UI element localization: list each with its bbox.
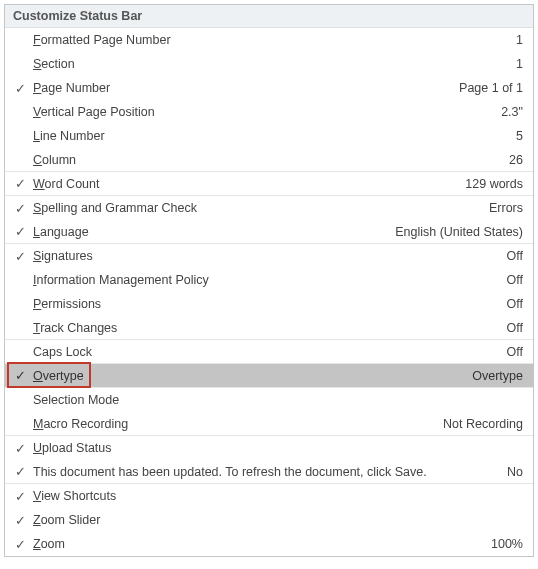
menu-item-label: Line Number [29,129,105,143]
menu-item-label: Caps Lock [29,345,92,359]
menu-item-formatted-page-number[interactable]: Formatted Page Number1 [5,28,533,52]
checkmark-icon: ✓ [11,442,29,455]
menu-item-zoom[interactable]: ✓Zoom100% [5,532,533,556]
checkmark-icon: ✓ [11,250,29,263]
checkmark-icon: ✓ [11,177,29,190]
menu-item-value: 5 [516,129,525,143]
menu-item-label: Zoom [29,537,65,551]
menu-item-label: Zoom Slider [29,513,100,527]
menu-item-zoom-slider[interactable]: ✓Zoom Slider [5,508,533,532]
menu-item-view-shortcuts[interactable]: ✓View Shortcuts [5,484,533,508]
menu-item-value: 1 [516,57,525,71]
menu-item-label: Upload Status [29,441,112,455]
menu-item-value: No [507,465,525,479]
menu-item-label: View Shortcuts [29,489,116,503]
menu-item-overtype[interactable]: ✓OvertypeOvertype [5,364,533,388]
menu-item-value: 129 words [465,177,525,191]
checkmark-icon: ✓ [11,465,29,478]
menu-item-value: Off [507,345,525,359]
menu-item-selection-mode[interactable]: Selection Mode [5,388,533,412]
menu-item-value: Overtype [472,369,525,383]
menu-item-macro-recording[interactable]: Macro RecordingNot Recording [5,412,533,436]
customize-status-bar-menu: Customize Status Bar Formatted Page Numb… [4,4,534,557]
menu-item-information-management-policy[interactable]: Information Management PolicyOff [5,268,533,292]
menu-item-label: Track Changes [29,321,117,335]
menu-item-value: Off [507,249,525,263]
menu-item-label: Word Count [29,177,99,191]
menu-item-vertical-page-position[interactable]: Vertical Page Position2.3" [5,100,533,124]
menu-item-column[interactable]: Column26 [5,148,533,172]
menu-item-label: Language [29,225,89,239]
menu-item-spelling-and-grammar-check[interactable]: ✓Spelling and Grammar CheckErrors [5,196,533,220]
menu-item-label: Signatures [29,249,93,263]
menu-item-signatures[interactable]: ✓SignaturesOff [5,244,533,268]
menu-item-track-changes[interactable]: Track ChangesOff [5,316,533,340]
menu-item-label: This document has been updated. To refre… [29,465,427,479]
menu-item-value: Off [507,297,525,311]
menu-item-value: Off [507,273,525,287]
checkmark-icon: ✓ [11,538,29,551]
menu-item-permissions[interactable]: PermissionsOff [5,292,533,316]
menu-item-label: Column [29,153,76,167]
menu-item-label: Information Management Policy [29,273,209,287]
menu-item-page-number[interactable]: ✓Page NumberPage 1 of 1 [5,76,533,100]
menu-items-container: Formatted Page Number1Section1✓Page Numb… [5,28,533,556]
menu-item-word-count[interactable]: ✓Word Count129 words [5,172,533,196]
menu-item-value: English (United States) [395,225,525,239]
checkmark-icon: ✓ [11,82,29,95]
menu-item-this-document-has-been-updated-to-refres[interactable]: ✓This document has been updated. To refr… [5,460,533,484]
menu-item-line-number[interactable]: Line Number5 [5,124,533,148]
checkmark-icon: ✓ [11,369,29,382]
menu-item-upload-status[interactable]: ✓Upload Status [5,436,533,460]
menu-item-value: 2.3" [501,105,525,119]
menu-item-value: Page 1 of 1 [459,81,525,95]
menu-item-value: Errors [489,201,525,215]
checkmark-icon: ✓ [11,514,29,527]
menu-item-label: Permissions [29,297,101,311]
menu-item-value: 100% [491,537,525,551]
menu-item-value: Off [507,321,525,335]
menu-item-label: Selection Mode [29,393,119,407]
menu-item-label: Section [29,57,75,71]
menu-item-label: Page Number [29,81,110,95]
menu-item-section[interactable]: Section1 [5,52,533,76]
menu-item-caps-lock[interactable]: Caps LockOff [5,340,533,364]
menu-item-value: 26 [509,153,525,167]
menu-item-label: Formatted Page Number [29,33,171,47]
menu-item-label: Macro Recording [29,417,128,431]
menu-item-language[interactable]: ✓LanguageEnglish (United States) [5,220,533,244]
menu-item-value: 1 [516,33,525,47]
menu-item-label: Overtype [29,369,84,383]
checkmark-icon: ✓ [11,225,29,238]
checkmark-icon: ✓ [11,490,29,503]
checkmark-icon: ✓ [11,202,29,215]
menu-item-label: Spelling and Grammar Check [29,201,197,215]
menu-title: Customize Status Bar [5,5,533,28]
menu-item-value: Not Recording [443,417,525,431]
menu-item-label: Vertical Page Position [29,105,155,119]
